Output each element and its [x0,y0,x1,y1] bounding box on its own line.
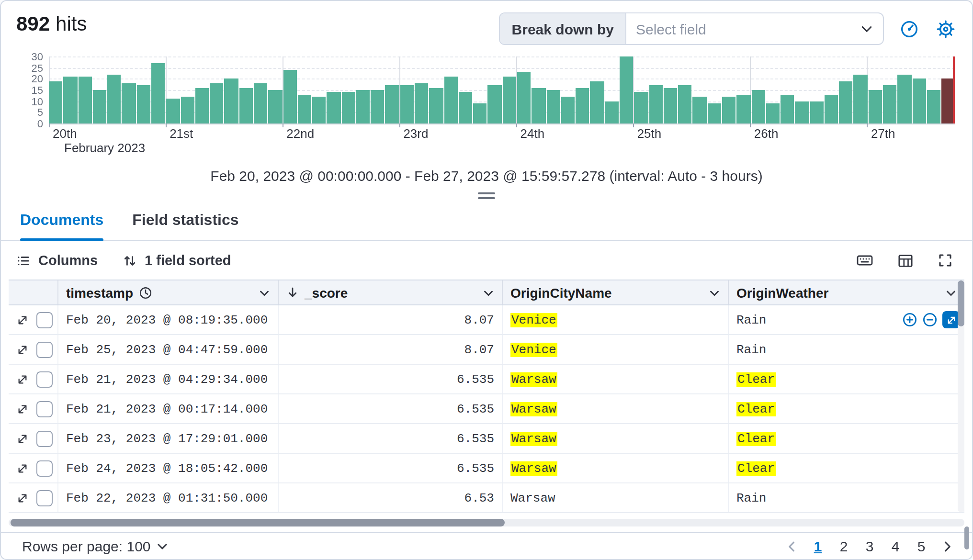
select-row-checkbox[interactable] [36,312,53,328]
histogram-bar[interactable] [634,92,648,123]
histogram-bar[interactable] [781,94,794,123]
histogram-bar[interactable] [590,81,604,123]
header-score[interactable]: _score [279,280,503,304]
histogram-bar[interactable] [502,77,516,123]
table-row[interactable]: Feb 20, 2023 @ 08:19:35.000 8.07 Venice … [9,305,964,335]
histogram-bar[interactable] [854,74,868,123]
table-row[interactable]: Feb 23, 2023 @ 17:29:01.000 6.535 Warsaw… [9,424,964,454]
expand-document-icon[interactable] [16,343,29,356]
expand-document-icon[interactable] [16,373,29,385]
histogram-bar[interactable] [254,83,268,123]
vertical-scrollbar[interactable] [958,280,964,512]
histogram-bar[interactable] [693,97,707,123]
table-row[interactable]: Feb 22, 2023 @ 01:31:50.000 6.53 Warsaw … [9,483,964,513]
histogram-bar[interactable] [620,56,634,123]
histogram-bar[interactable] [122,83,136,123]
histogram-bar[interactable] [78,77,92,123]
histogram-bar[interactable] [136,86,150,123]
tab-field-statistics[interactable]: Field statistics [132,212,238,240]
histogram-bar[interactable] [825,94,838,123]
select-row-checkbox[interactable] [36,430,53,447]
histogram-bar[interactable] [268,90,282,123]
sort-fields-button[interactable]: 1 field sorted [123,253,231,268]
histogram-bar[interactable] [751,90,765,123]
histogram-bar[interactable] [385,86,399,123]
histogram-bar[interactable] [605,101,619,123]
table-row[interactable]: Feb 24, 2023 @ 18:05:42.000 6.535 Warsaw… [9,454,964,483]
histogram-bar[interactable] [766,103,780,123]
histogram-bar[interactable] [795,101,809,123]
histogram-bar[interactable] [225,79,238,123]
keyboard-shortcuts-button[interactable] [853,249,876,272]
resize-handle[interactable] [478,192,495,199]
histogram-bar[interactable] [93,90,107,123]
histogram-bar[interactable] [181,97,194,123]
histogram-bar[interactable] [459,92,473,123]
page-button-1[interactable]: 1 [808,534,827,559]
histogram-bar[interactable] [678,86,692,123]
header-origin-weather[interactable]: OriginWeather [729,280,964,304]
histogram-bar[interactable] [283,70,297,123]
header-timestamp[interactable]: timestamp [58,280,279,304]
expand-document-icon[interactable] [16,403,29,415]
histogram-bar[interactable] [107,74,121,123]
page-button-5[interactable]: 5 [912,534,931,559]
histogram-bar[interactable] [430,88,443,123]
histogram-bar[interactable] [400,86,414,123]
select-row-checkbox[interactable] [36,341,53,358]
page-button-3[interactable]: 3 [860,534,879,559]
table-row[interactable]: Feb 25, 2023 @ 04:47:59.000 8.07 Venice … [9,335,964,365]
filter-out-value-icon[interactable] [922,312,938,327]
header-origin-city[interactable]: OriginCityName [503,280,729,304]
fullscreen-button[interactable] [934,249,957,272]
filter-for-value-icon[interactable] [902,312,917,327]
chart-settings-button[interactable] [934,17,957,40]
histogram-bar[interactable] [415,83,429,123]
chart-options-button[interactable] [897,17,920,40]
horizontal-scrollbar[interactable] [9,519,964,526]
histogram-bar[interactable] [195,88,209,123]
rows-per-page-button[interactable]: Rows per page: 100 [16,537,175,555]
histogram-bar[interactable] [546,90,560,123]
histogram-bar[interactable] [210,83,224,123]
histogram-bar[interactable] [64,77,78,123]
expand-document-icon[interactable] [16,492,29,504]
histogram-bar[interactable] [341,92,355,123]
histogram-bar[interactable] [736,94,750,123]
page-button-4[interactable]: 4 [886,534,905,559]
histogram-bar[interactable] [473,103,487,123]
histogram-bar[interactable] [839,81,853,123]
histogram-bar[interactable] [883,86,897,123]
select-row-checkbox[interactable] [36,460,53,476]
histogram-bar[interactable] [649,86,663,123]
histogram-bar[interactable] [517,72,531,123]
expand-document-icon[interactable] [16,314,29,326]
histogram-bar[interactable] [371,90,385,123]
histogram-bar[interactable] [869,90,882,123]
histogram-bar[interactable] [151,63,165,123]
table-row[interactable]: Feb 21, 2023 @ 04:29:34.000 6.535 Warsaw… [9,365,964,394]
histogram-bar[interactable] [898,74,912,123]
expand-document-button[interactable] [942,311,960,328]
page-scrollbar-thumb[interactable] [964,526,969,549]
histogram-bar[interactable] [444,77,458,123]
histogram-bar[interactable] [722,97,736,123]
select-row-checkbox[interactable] [36,401,53,417]
select-row-checkbox[interactable] [36,371,53,387]
histogram-bar[interactable] [664,88,678,123]
table-row[interactable]: Feb 21, 2023 @ 00:17:14.000 6.535 Warsaw… [9,394,964,424]
histogram-bar[interactable] [239,88,253,123]
expand-document-icon[interactable] [16,462,29,474]
next-page-button[interactable] [938,534,957,559]
page-button-2[interactable]: 2 [834,534,853,559]
breakdown-field-select[interactable]: Select field [626,13,883,44]
histogram-bar[interactable] [927,90,941,123]
histogram-bar[interactable] [707,103,721,123]
histogram-bar[interactable] [312,97,326,123]
display-options-button[interactable] [894,249,916,272]
columns-button[interactable]: Columns [16,253,98,268]
expand-document-icon[interactable] [16,432,29,445]
histogram-bar[interactable] [49,81,63,123]
previous-page-button[interactable] [782,534,802,559]
histogram-bar[interactable] [912,79,926,123]
